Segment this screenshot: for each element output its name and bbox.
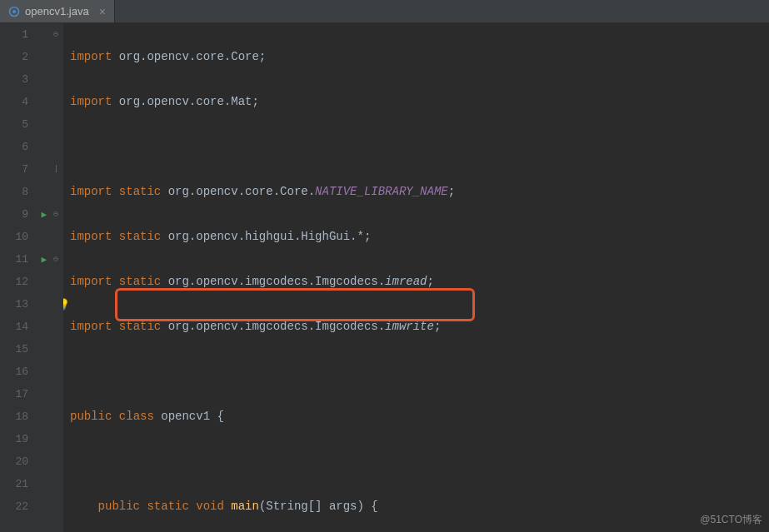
line-number: 21 — [15, 478, 28, 490]
package: org.opencv.core.Mat — [119, 95, 252, 108]
line-number: 5 — [22, 118, 28, 131]
code-content[interactable]: import org.opencv.core.Core; import org.… — [63, 23, 769, 532]
line-number: 16 — [15, 365, 28, 378]
semicolon: ; — [448, 185, 455, 198]
line-number-gutter: 1 2 3 4 5 6 7 8 9▶ 10 11▶ 12 13💡 14 15 1… — [0, 23, 52, 532]
keyword: static — [119, 185, 161, 198]
line-number: 15 — [15, 343, 28, 355]
watermark: @51CTO博客 — [700, 513, 762, 527]
line-number: 2 — [22, 51, 28, 63]
line-number: 17 — [15, 388, 28, 400]
line-number: 12 — [15, 276, 28, 288]
semicolon: ; — [427, 275, 434, 288]
file-tab[interactable]: opencv1.java × — [0, 0, 115, 22]
keyword: import — [70, 230, 112, 243]
line-number: 1 — [22, 28, 28, 41]
keyword: class — [119, 410, 154, 423]
class-name: opencv1 — [161, 410, 210, 423]
line-number: 19 — [15, 433, 28, 445]
keyword: import — [70, 50, 112, 63]
keyword: import — [70, 95, 112, 108]
tab-bar: opencv1.java × — [0, 0, 769, 23]
line-number: 7 — [22, 163, 28, 176]
fold-marker[interactable]: ⊖ — [53, 248, 58, 271]
keyword: public — [98, 500, 140, 513]
field: NATIVE_LIBRARY_NAME — [315, 185, 448, 198]
line-number: 22 — [15, 500, 28, 513]
line-number: 6 — [22, 141, 28, 153]
java-file-icon — [8, 6, 20, 17]
semicolon: ; — [364, 230, 371, 243]
semicolon: ; — [434, 320, 441, 333]
line-number: 10 — [15, 231, 28, 243]
line-number: 11 — [15, 253, 28, 266]
params: (String[] args) { — [259, 500, 378, 513]
line-number: 3 — [22, 73, 28, 86]
close-icon[interactable]: × — [99, 5, 106, 18]
line-number: 4 — [22, 96, 28, 108]
editor[interactable]: 1 2 3 4 5 6 7 8 9▶ 10 11▶ 12 13💡 14 15 1… — [0, 23, 769, 532]
keyword: void — [196, 500, 224, 513]
line-number: 14 — [15, 321, 28, 333]
svg-point-1 — [12, 10, 16, 13]
keyword: public — [70, 410, 112, 423]
package: org.opencv.core.Core. — [168, 185, 315, 198]
semicolon: ; — [252, 95, 258, 108]
method: imread — [385, 275, 427, 288]
line-number: 9 — [22, 208, 28, 221]
keyword: static — [119, 320, 161, 333]
line-number: 8 — [22, 186, 28, 198]
method-name: main — [231, 500, 259, 513]
package: org.opencv.imgcodecs.Imgcodecs. — [168, 320, 385, 333]
keyword: static — [119, 275, 161, 288]
package: org.opencv.imgcodecs.Imgcodecs. — [168, 275, 385, 288]
run-icon[interactable]: ▶ — [41, 203, 47, 226]
keyword: import — [70, 275, 112, 288]
line-number: 18 — [15, 410, 28, 423]
fold-marker[interactable]: ⊖ — [53, 203, 58, 226]
keyword: import — [70, 185, 112, 198]
fold-marker[interactable]: ⊖ — [53, 23, 58, 46]
method: imwrite — [385, 320, 434, 333]
line-number: 13 — [15, 298, 28, 311]
line-number: 20 — [15, 455, 28, 468]
keyword: static — [119, 230, 161, 243]
fold-column: ⊖ ⌋ ⊖ ⊖ — [52, 23, 63, 532]
keyword: static — [147, 500, 188, 513]
tab-filename: opencv1.java — [25, 5, 89, 17]
fold-marker[interactable]: ⌋ — [53, 158, 58, 181]
keyword: import — [70, 320, 112, 333]
package: org.opencv.highgui.HighGui.* — [168, 230, 364, 243]
package: org.opencv.core.Core — [119, 50, 259, 63]
brace: { — [210, 410, 224, 423]
semicolon: ; — [259, 50, 266, 63]
run-icon[interactable]: ▶ — [41, 248, 47, 271]
